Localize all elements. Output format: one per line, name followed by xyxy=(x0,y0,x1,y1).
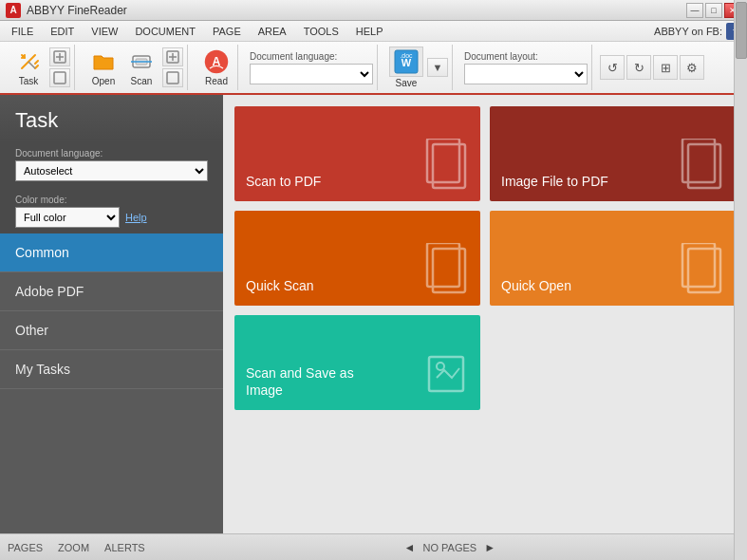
panel-doc-lang-select[interactable]: Autoselect xyxy=(15,160,208,181)
minimize-button[interactable]: — xyxy=(686,3,703,18)
menu-bar: FILE EDIT VIEW DOCUMENT PAGE AREA TOOLS … xyxy=(0,21,747,42)
save-small-buttons: ▼ xyxy=(427,58,448,77)
scan-and-save-label: Scan and Save as Image xyxy=(246,364,380,399)
doc-lang-label: Document language: xyxy=(250,51,373,62)
menu-page[interactable]: PAGE xyxy=(205,24,249,39)
doc-language-select[interactable] xyxy=(250,64,373,84)
doc-language-group: Document language: xyxy=(246,45,378,90)
task-card-image-file-to-pdf[interactable]: Image File to PDF xyxy=(490,106,736,201)
open-label: Open xyxy=(92,76,115,86)
read-label: Read xyxy=(205,76,228,86)
task-label: Task xyxy=(19,76,39,86)
save-label: Save xyxy=(396,78,418,88)
read-tool[interactable]: A Read xyxy=(199,47,233,88)
task-panel: Task Document language: Autoselect Color… xyxy=(0,95,223,533)
svg-point-0 xyxy=(22,55,26,59)
next-page-button[interactable]: ► xyxy=(482,540,497,555)
scan-btn-1[interactable] xyxy=(162,47,183,66)
maximize-button[interactable]: □ xyxy=(705,3,722,18)
sidebar-item-other[interactable]: Other xyxy=(0,311,223,350)
abbyy-fb-label: ABBYY on FB: xyxy=(654,26,722,37)
doc-layout-label: Document layout: xyxy=(464,51,588,62)
open-icon xyxy=(90,48,117,75)
toolbar-actions: ↺ ↻ ⊞ ⚙ xyxy=(600,55,704,80)
task-card-quick-scan[interactable]: Quick Scan xyxy=(234,211,480,306)
menu-edit[interactable]: EDIT xyxy=(43,24,82,39)
read-icon: A xyxy=(203,48,230,75)
wand-icon xyxy=(15,48,42,75)
sidebar-item-my-tasks[interactable]: My Tasks xyxy=(0,350,223,389)
menu-area[interactable]: AREA xyxy=(251,24,294,39)
scan-label: Scan xyxy=(131,76,153,86)
save-icon: W .doc xyxy=(389,47,423,77)
save-dropdown-btn[interactable]: ▼ xyxy=(427,58,448,77)
svg-text:.doc: .doc xyxy=(400,52,413,59)
doc-language-selector: Document language: xyxy=(250,51,373,84)
image-file-to-pdf-label: Image File to PDF xyxy=(501,173,608,190)
title-bar: A ABBYY FineReader — □ ✕ xyxy=(0,0,747,21)
menu-view[interactable]: VIEW xyxy=(84,24,125,39)
svg-rect-2 xyxy=(54,72,65,84)
content-area: Scan to PDF Image File to PDF Quick Scan xyxy=(223,95,747,533)
quick-scan-label: Quick Scan xyxy=(246,277,314,294)
svg-rect-7 xyxy=(167,72,178,84)
task-card-scan-and-save[interactable]: Scan and Save as Image xyxy=(234,315,480,410)
task-row-2: Quick Scan Quick Open xyxy=(234,211,736,306)
menu-document[interactable]: DOCUMENT xyxy=(127,24,203,39)
task-group: Task xyxy=(8,45,75,90)
status-bar: PAGES ZOOM ALERTS ◄ NO PAGES ► xyxy=(0,533,747,560)
app-icon: A xyxy=(6,3,21,18)
task-row-3: Scan and Save as Image xyxy=(234,315,736,410)
task-top: Task xyxy=(0,95,223,142)
task-btn-2[interactable] xyxy=(49,68,70,87)
scan-small-buttons xyxy=(162,47,183,87)
scan-btn-2[interactable] xyxy=(162,68,183,87)
open-tool[interactable]: Open xyxy=(86,47,121,88)
zoom-label: ZOOM xyxy=(58,542,89,553)
open-scan-group: Open Scan xyxy=(83,45,188,90)
help-link[interactable]: Help xyxy=(125,212,147,223)
no-pages-label: NO PAGES xyxy=(423,542,477,553)
quick-open-label: Quick Open xyxy=(501,277,571,294)
task-btn-1[interactable] xyxy=(49,47,70,66)
scan-to-pdf-label: Scan to PDF xyxy=(246,173,321,190)
svg-point-22 xyxy=(437,363,444,370)
panel-doc-lang-label: Document language: xyxy=(15,148,208,159)
task-tool[interactable]: Task xyxy=(11,47,46,88)
window-title: ABBYY FineReader xyxy=(27,4,686,17)
scrollbar-thumb[interactable] xyxy=(736,2,747,59)
menu-file[interactable]: FILE xyxy=(4,24,41,39)
sidebar-item-adobe-pdf[interactable]: Adobe PDF xyxy=(0,272,223,311)
undo-button[interactable]: ↺ xyxy=(600,55,625,80)
settings-button[interactable]: ⚙ xyxy=(680,55,704,80)
sidebar-item-common[interactable]: Common xyxy=(0,233,223,272)
doc-layout-selector: Document layout: xyxy=(464,51,588,84)
scrollbar[interactable] xyxy=(734,0,747,560)
scan-icon xyxy=(128,48,155,75)
scan-tool[interactable]: Scan xyxy=(124,47,159,88)
save-tool: W .doc Save xyxy=(389,47,423,88)
menu-help[interactable]: HELP xyxy=(348,24,391,39)
task-card-quick-open[interactable]: Quick Open xyxy=(490,211,736,306)
panel-color-mode-select[interactable]: Full color xyxy=(15,207,120,228)
menu-tools[interactable]: TOOLS xyxy=(296,24,346,39)
toolbar: Task Open xyxy=(0,42,747,95)
sidebar-nav: Common Adobe PDF Other My Tasks xyxy=(0,233,223,533)
svg-rect-21 xyxy=(429,357,463,391)
alerts-label: ALERTS xyxy=(104,542,145,553)
status-nav: ◄ NO PAGES ► xyxy=(402,540,498,555)
task-card-scan-to-pdf[interactable]: Scan to PDF xyxy=(234,106,480,201)
redo-button[interactable]: ↻ xyxy=(626,55,651,80)
settings-bar: Document language: Autoselect Color mode… xyxy=(0,142,223,233)
panel-color-mode-label: Color mode: xyxy=(15,195,208,205)
format-button[interactable]: ⊞ xyxy=(653,55,678,80)
task-small-buttons xyxy=(49,47,70,87)
main-area: Task Document language: Autoselect Color… xyxy=(0,95,747,533)
read-group: A Read xyxy=(196,45,238,90)
doc-layout-select[interactable] xyxy=(464,64,588,84)
task-panel-title: Task xyxy=(15,108,58,132)
doc-layout-group: Document layout: xyxy=(460,45,592,90)
abbyy-facebook: ABBYY on FB: f xyxy=(654,23,743,40)
prev-page-button[interactable]: ◄ xyxy=(402,540,418,555)
save-group: W .doc Save ▼ xyxy=(385,45,453,90)
